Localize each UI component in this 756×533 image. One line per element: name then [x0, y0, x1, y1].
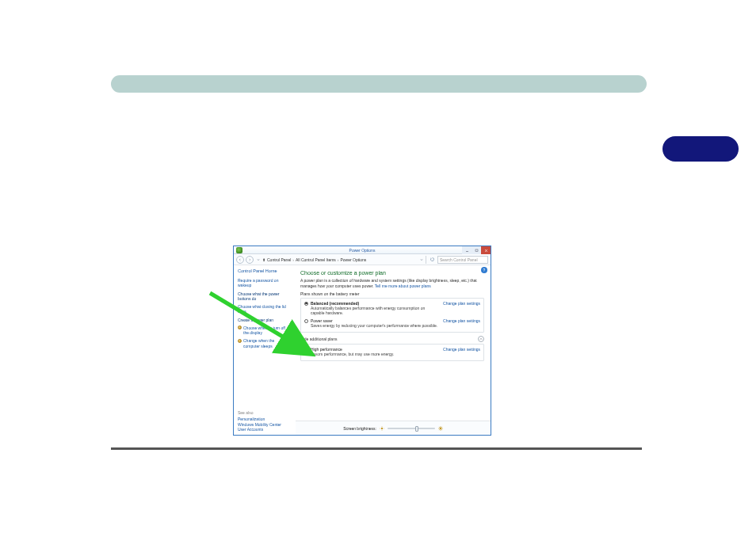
window-controls [462, 246, 491, 254]
see-also: See also Personalization Windows Mobilit… [238, 410, 292, 432]
nav-row: ⬆ Control Panel › All Control Panel Item… [234, 254, 491, 265]
chevron-up-icon [478, 336, 484, 342]
sidebar-link[interactable]: Change when the computer sleeps [243, 338, 292, 348]
chevron-right-icon: › [292, 257, 294, 262]
sidebar-link[interactable]: Choose what closing the lid does [238, 304, 292, 314]
search-placeholder: Search Control Panel [440, 257, 478, 262]
main-pane: ? Choose or customize a power plan A pow… [296, 265, 491, 435]
refresh-button[interactable] [428, 257, 436, 261]
hide-additional-plans-toggle[interactable]: Hide additional plans [300, 336, 484, 342]
page-heading: Choose or customize a power plan [300, 270, 484, 276]
hide-label: Hide additional plans [300, 337, 337, 341]
see-also-heading: See also [238, 410, 292, 415]
minimize-button[interactable] [462, 246, 472, 254]
svg-line-16 [439, 429, 440, 430]
svg-point-8 [439, 427, 441, 429]
sidebar-link[interactable]: Choose when to turn off the display [243, 326, 292, 336]
breadcrumb-item[interactable]: Control Panel [267, 257, 291, 262]
power-options-window: Power Options ⬆ Control Panel › All Cont… [233, 246, 491, 436]
slider-thumb[interactable] [415, 426, 418, 432]
plan-radio-balanced[interactable] [304, 302, 308, 306]
forward-button[interactable] [246, 256, 254, 264]
additional-plans-box: High performance Favors performance, but… [300, 344, 484, 361]
change-plan-settings-link[interactable]: Change plan settings [443, 301, 480, 316]
up-icon: ⬆ [262, 257, 265, 262]
shield-icon [238, 339, 242, 343]
breadcrumb-dropdown-icon[interactable] [418, 258, 424, 261]
change-plan-settings-link[interactable]: Change plan settings [443, 318, 480, 329]
svg-rect-2 [475, 249, 478, 252]
brightness-slider[interactable] [388, 428, 435, 429]
plan-desc: Automatically balances performance with … [311, 306, 440, 315]
svg-point-3 [381, 427, 383, 428]
window-title: Power Options [349, 248, 376, 253]
sidebar-link[interactable]: Choose what the power buttons do [238, 291, 292, 302]
history-dropdown-icon[interactable] [255, 258, 261, 261]
divider [426, 256, 426, 264]
titlebar: Power Options [234, 246, 491, 254]
shield-icon [238, 326, 242, 329]
decorative-top-pill [111, 75, 647, 93]
back-button[interactable] [236, 256, 244, 264]
decorative-bottom-bar [111, 447, 642, 450]
plan-radio-highperf[interactable] [304, 348, 308, 352]
search-input[interactable]: Search Control Panel [437, 256, 488, 264]
tell-me-more-link[interactable]: Tell me more about power plans [375, 284, 431, 288]
battery-plans-label: Plans shown on the battery meter [300, 291, 484, 296]
breadcrumb[interactable]: ⬆ Control Panel › All Control Panel Item… [262, 257, 417, 262]
sun-dim-icon [380, 426, 384, 431]
plan-desc: Favors performance, but may use more ene… [311, 352, 440, 356]
see-also-link[interactable]: User Accounts [238, 427, 292, 432]
chevron-right-icon: › [338, 257, 339, 262]
page-description: A power plan is a collection of hardware… [300, 278, 484, 288]
svg-line-14 [441, 429, 442, 430]
help-icon[interactable]: ? [481, 267, 487, 273]
battery-plans-box: Balanced (recommended) Automatically bal… [300, 298, 484, 333]
sidebar-link[interactable]: Create a power plan [238, 318, 292, 322]
svg-line-15 [441, 426, 442, 427]
brightness-bar: Screen brightness: [296, 421, 491, 435]
breadcrumb-item[interactable]: All Control Panel Items [296, 257, 336, 262]
sidebar-link[interactable]: Require a password on wakeup [238, 278, 292, 288]
power-icon [236, 247, 242, 253]
maximize-button[interactable] [472, 246, 481, 254]
decorative-side-pill [662, 136, 739, 162]
close-button[interactable] [481, 246, 491, 254]
plan-desc: Saves energy by reducing your computer's… [311, 323, 440, 328]
svg-line-13 [439, 426, 440, 427]
sun-bright-icon [438, 426, 443, 431]
change-plan-settings-link[interactable]: Change plan settings [443, 347, 480, 357]
breadcrumb-item[interactable]: Power Options [341, 257, 367, 262]
brightness-label: Screen brightness: [343, 426, 376, 431]
window-body: Control Panel Home Require a password on… [234, 265, 491, 435]
control-panel-home-link[interactable]: Control Panel Home [238, 268, 292, 273]
plan-radio-powersaver[interactable] [304, 319, 308, 323]
sidebar: Control Panel Home Require a password on… [234, 265, 296, 435]
